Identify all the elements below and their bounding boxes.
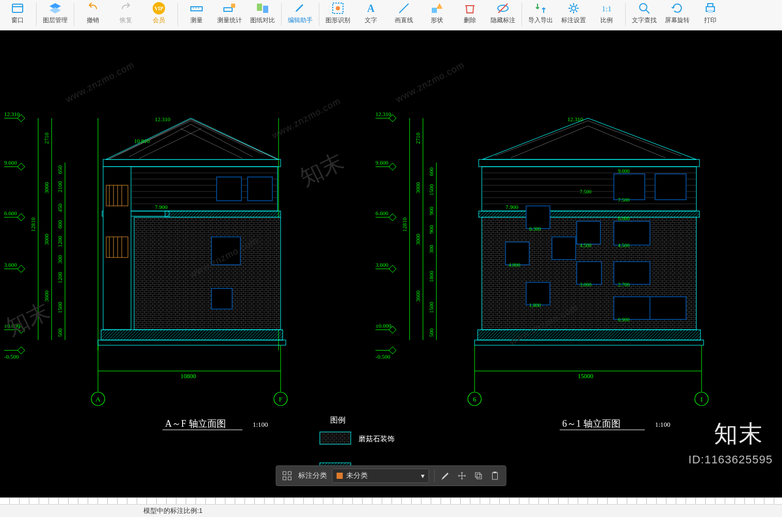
svg-rect-119 [478,330,700,340]
svg-rect-128 [577,262,601,284]
scale-icon: 1:1 [599,1,614,15]
svg-text:300: 300 [428,245,434,253]
toolbar-scale[interactable]: 1:1 比例 [591,1,622,28]
svg-text:300: 300 [57,255,63,264]
svg-text:6～1 轴立面图: 6～1 轴立面图 [562,418,621,429]
toolbar-print[interactable]: 打印 [695,1,726,28]
toolbar-measure-stat[interactable]: 测量统计 [214,1,245,28]
main-toolbar: 窗口 图层管理 撤销 恢复 VIP 会员 测量 测量统计 图纸对比 编辑助手 图… [0,0,782,30]
svg-text:A: A [95,395,101,403]
svg-text:10.810: 10.810 [134,138,150,144]
toolbar-shape-recog[interactable]: 图形识别 [322,1,353,28]
edit-icon[interactable] [440,470,451,481]
svg-text:9.600: 9.600 [4,159,17,166]
settings-icon [566,1,581,15]
category-dropdown[interactable]: 未分类 ▾ [332,469,429,483]
toolbar-label: 文字 [365,16,377,25]
svg-point-25 [640,4,647,11]
toolbar-separator [319,3,319,26]
svg-rect-187 [477,474,482,479]
paste-icon[interactable] [490,470,501,481]
compare-icon [255,1,270,15]
search-icon [637,1,651,15]
svg-text:1500: 1500 [428,302,434,314]
svg-marker-3 [50,7,61,13]
svg-text:3600: 3600 [43,291,50,302]
svg-rect-0 [12,4,23,12]
svg-text:3.600: 3.600 [4,262,17,268]
toolbar-delete[interactable]: 删除 [454,1,485,28]
svg-text:1:100: 1:100 [655,421,671,428]
svg-marker-19 [436,3,443,9]
toolbar-undo[interactable]: 撤销 [77,1,108,28]
svg-rect-12 [257,4,262,11]
svg-text:12810: 12810 [401,217,408,232]
svg-text:3600: 3600 [415,291,421,302]
toolbar-compare[interactable]: 图纸对比 [247,1,278,28]
svg-text:9.000: 9.000 [618,168,630,174]
svg-line-26 [646,10,649,13]
svg-rect-122 [655,174,686,200]
toolbar-hide-annot[interactable]: 隐藏标注 [487,1,518,28]
svg-text:1:100: 1:100 [253,421,268,428]
toolbar-shape[interactable]: 形状 [421,1,452,28]
toolbar-rotate[interactable]: 屏幕旋转 [662,1,693,28]
toolbar-label: 导入导出 [528,16,553,25]
svg-rect-65 [211,237,240,265]
svg-text:1.800: 1.800 [529,302,541,308]
svg-line-107 [588,121,681,156]
svg-text:900: 900 [428,225,434,234]
window-icon [10,1,25,15]
toolbar-text-find[interactable]: 文字查找 [629,1,660,28]
toolbar-label: 打印 [704,16,716,25]
toolbar-window[interactable]: 窗口 [2,1,33,28]
svg-text:0.900: 0.900 [618,317,630,323]
svg-text:2100: 2100 [57,181,63,193]
svg-text:4.500: 4.500 [618,243,630,248]
toolbar-separator [281,3,282,26]
svg-text:450: 450 [57,203,63,212]
svg-rect-68 [98,340,286,345]
drawing-canvas[interactable]: 12.310 9.600 6.600 3.600 ±0.000 -0.500 1… [0,30,782,497]
toolbar-measure[interactable]: 测量 [181,1,212,28]
toolbar-separator [177,3,178,26]
grid-icon[interactable] [282,470,293,481]
svg-rect-120 [475,340,704,345]
svg-rect-186 [476,473,480,477]
svg-rect-67 [101,330,283,340]
svg-rect-125 [614,221,650,245]
annotation-floatbar[interactable]: 标注分类 未分类 ▾ [276,465,507,486]
svg-text:3000: 3000 [43,234,50,246]
toolbar-label: 删除 [464,16,476,25]
toolbar-annot-settings[interactable]: 标注设置 [558,1,589,28]
dropdown-value: 未分类 [346,471,368,480]
toolbar-import-export[interactable]: 导入导出 [525,1,556,28]
toolbar-edit-helper[interactable]: 编辑助手 [285,1,316,28]
svg-text:磨菇石装饰: 磨菇石装饰 [359,435,395,443]
svg-marker-104 [482,118,696,159]
svg-text:6.300: 6.300 [529,226,541,232]
toolbar-layer[interactable]: 图层管理 [40,1,71,28]
delete-icon [463,1,477,15]
svg-text:-0.500: -0.500 [4,353,19,360]
copy-icon[interactable] [473,470,484,481]
svg-rect-29 [708,10,713,13]
toolbar-redo[interactable]: 恢复 [110,1,141,28]
svg-text:900: 900 [428,206,434,215]
svg-rect-130 [526,282,550,305]
toolbar-text[interactable]: A 文字 [355,1,386,28]
svg-rect-52 [165,211,281,217]
toolbar-separator [522,3,522,26]
toolbar-line[interactable]: 画直线 [388,1,419,28]
move-icon[interactable] [457,470,468,481]
svg-line-106 [511,126,588,158]
svg-rect-124 [577,221,600,244]
svg-rect-189 [494,472,497,473]
svg-rect-50 [248,177,272,201]
toolbar-vip[interactable]: VIP 会员 [143,1,174,28]
svg-text:3.000: 3.000 [580,282,592,287]
toolbar-label: 画直线 [395,16,413,25]
rotate-icon [670,1,685,15]
svg-text:12.310: 12.310 [567,116,583,122]
svg-text:7.900: 7.900 [506,204,518,210]
